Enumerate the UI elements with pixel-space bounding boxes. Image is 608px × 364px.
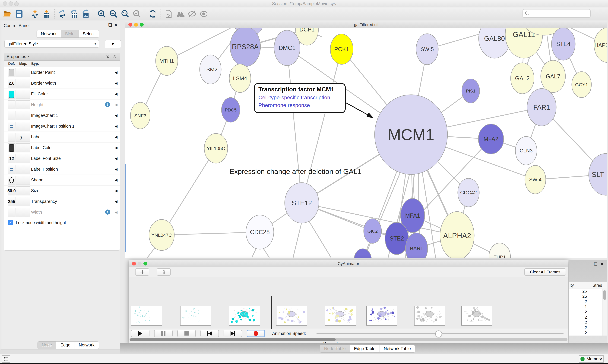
style-options-button[interactable]: ▼ bbox=[105, 40, 121, 48]
tab-node[interactable]: Node bbox=[38, 341, 56, 349]
show-details-icon[interactable] bbox=[199, 9, 208, 19]
memory-button[interactable]: Memory bbox=[579, 355, 604, 363]
tab-edge-table[interactable]: Edge Table bbox=[350, 345, 380, 352]
expand-row-icon[interactable]: ◀ bbox=[115, 178, 117, 182]
frame-4[interactable] bbox=[276, 306, 307, 325]
property-row[interactable]: Border Paint◀ bbox=[4, 67, 120, 78]
default-value-cell[interactable] bbox=[8, 176, 15, 185]
bypass-cell[interactable] bbox=[23, 186, 30, 195]
tab-network[interactable]: Network bbox=[37, 30, 61, 38]
table-scrollbar[interactable] bbox=[602, 289, 607, 336]
tab-style[interactable]: Style bbox=[61, 30, 79, 38]
mapping-cell[interactable] bbox=[15, 90, 23, 99]
search-binoculars-icon[interactable] bbox=[176, 9, 185, 19]
task-history-button[interactable] bbox=[2, 355, 10, 363]
expand-row-icon[interactable]: ◀ bbox=[115, 70, 117, 75]
property-row[interactable]: Image/Chart Position 1◀ bbox=[4, 121, 120, 132]
lock-size-checkbox[interactable]: ✓ bbox=[8, 220, 13, 225]
cyanimator-timeline[interactable]: 0123456789 Seconds bbox=[129, 277, 568, 328]
expand-row-icon[interactable]: ◀ bbox=[115, 113, 117, 118]
mapping-cell[interactable] bbox=[15, 186, 23, 195]
property-row[interactable]: Label Color◀ bbox=[4, 143, 120, 153]
property-row[interactable]: 50.0Size◀ bbox=[4, 185, 120, 196]
zoom-out-icon[interactable] bbox=[109, 9, 118, 19]
scrollbar-thumb[interactable] bbox=[603, 290, 606, 300]
frame-1[interactable] bbox=[131, 306, 162, 325]
property-row[interactable]: Image/Chart 1◀ bbox=[4, 110, 120, 121]
zoom-selected-icon[interactable] bbox=[132, 9, 142, 19]
frame-3[interactable] bbox=[229, 306, 260, 325]
frame-6[interactable] bbox=[366, 306, 397, 325]
expand-row-icon[interactable]: ◀ bbox=[115, 81, 117, 85]
mapping-cell[interactable] bbox=[15, 100, 23, 109]
expand-row-icon[interactable]: ◀ bbox=[115, 135, 117, 139]
bypass-cell[interactable] bbox=[23, 100, 30, 109]
table-row[interactable]: 25 bbox=[569, 294, 602, 299]
bypass-cell[interactable] bbox=[23, 79, 30, 88]
export-network-icon[interactable] bbox=[58, 9, 67, 19]
expand-row-icon[interactable]: ◀ bbox=[115, 103, 117, 107]
table-row[interactable]: 26 bbox=[569, 289, 602, 294]
network-node[interactable] bbox=[405, 233, 428, 258]
previous-frame-button[interactable] bbox=[200, 330, 219, 337]
bypass-cell[interactable] bbox=[23, 68, 30, 77]
default-value-cell[interactable] bbox=[8, 165, 15, 174]
cyanimator-titlebar[interactable]: CyAnimator bbox=[129, 260, 568, 267]
import-table-icon[interactable] bbox=[42, 9, 52, 19]
default-value-cell[interactable]: 12 bbox=[8, 154, 15, 163]
bypass-cell[interactable] bbox=[23, 208, 30, 217]
search-input[interactable] bbox=[529, 11, 587, 16]
default-value-cell[interactable] bbox=[8, 143, 15, 152]
property-row[interactable]: Heighti◀ bbox=[4, 99, 120, 110]
style-selector-dropdown[interactable]: galFiltered Style ▾ bbox=[4, 40, 99, 48]
mapping-cell[interactable] bbox=[15, 122, 23, 131]
default-value-cell[interactable] bbox=[8, 133, 15, 142]
network-window-titlebar[interactable]: galFiltered.sif bbox=[125, 21, 607, 28]
float-panel-icon[interactable]: ❑ bbox=[108, 23, 112, 27]
mapping-cell[interactable]: ⋮❯ bbox=[15, 133, 23, 142]
bypass-cell[interactable] bbox=[23, 165, 30, 174]
next-frame-button[interactable] bbox=[223, 330, 242, 337]
play-button[interactable] bbox=[131, 330, 150, 337]
export-image-icon[interactable] bbox=[81, 9, 91, 19]
timeline-scrollbar[interactable] bbox=[129, 338, 567, 341]
close-panel-icon[interactable]: ✕ bbox=[600, 262, 604, 266]
tab-edge[interactable]: Edge bbox=[56, 341, 75, 349]
default-value-cell[interactable] bbox=[8, 208, 15, 217]
tab-select[interactable]: Select bbox=[79, 30, 99, 38]
default-value-cell[interactable] bbox=[8, 90, 15, 99]
frame-7[interactable] bbox=[414, 306, 445, 325]
annotation-link-1[interactable]: Cell-type-specific transcription bbox=[258, 94, 341, 101]
expand-row-icon[interactable]: ◀ bbox=[115, 146, 117, 150]
add-frame-button[interactable] bbox=[135, 268, 149, 276]
property-row[interactable]: Shape◀ bbox=[4, 175, 120, 185]
table-row[interactable]: 2 bbox=[569, 325, 602, 330]
expand-row-icon[interactable]: ◀ bbox=[115, 199, 117, 204]
property-row[interactable]: 12Label Font Size◀ bbox=[4, 153, 120, 164]
mapping-cell[interactable] bbox=[15, 197, 23, 206]
expand-row-icon[interactable]: ◀ bbox=[115, 92, 117, 96]
tab-network-table[interactable]: Network Table bbox=[380, 345, 415, 352]
info-icon[interactable]: i bbox=[105, 102, 110, 107]
property-row[interactable]: ⋮❯Label◀ bbox=[4, 132, 120, 143]
frame-8[interactable] bbox=[461, 306, 492, 325]
collapse-all-icon[interactable] bbox=[112, 54, 117, 59]
property-row[interactable]: Fill Color◀ bbox=[4, 89, 120, 99]
expand-all-icon[interactable] bbox=[105, 54, 110, 59]
search-box[interactable] bbox=[523, 9, 591, 18]
bypass-cell[interactable] bbox=[23, 143, 30, 152]
table-row[interactable]: 1 bbox=[569, 304, 602, 310]
mapping-cell[interactable] bbox=[15, 68, 23, 77]
delete-frame-button[interactable] bbox=[157, 268, 171, 276]
zoom-in-icon[interactable] bbox=[97, 9, 107, 19]
pause-button[interactable] bbox=[154, 330, 173, 337]
export-table-icon[interactable] bbox=[69, 9, 79, 19]
open-folder-icon[interactable] bbox=[3, 9, 12, 19]
frame-2[interactable] bbox=[180, 306, 211, 325]
bypass-cell[interactable] bbox=[23, 122, 30, 131]
tab-node-table[interactable]: Node Table bbox=[320, 345, 350, 352]
refresh-icon[interactable] bbox=[148, 9, 158, 19]
bypass-cell[interactable] bbox=[23, 154, 30, 163]
expand-row-icon[interactable]: ◀ bbox=[115, 210, 117, 214]
property-row[interactable]: Widthi◀ bbox=[4, 207, 120, 218]
